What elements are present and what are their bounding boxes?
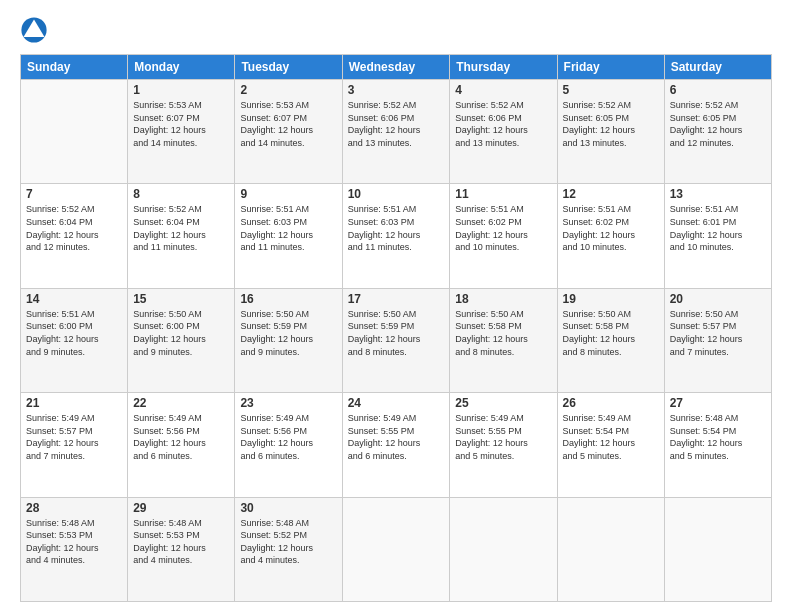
day-number: 5	[563, 83, 659, 97]
day-number: 22	[133, 396, 229, 410]
day-info: Sunrise: 5:51 AMSunset: 6:03 PMDaylight:…	[348, 203, 445, 253]
day-number: 24	[348, 396, 445, 410]
calendar-cell: 23Sunrise: 5:49 AMSunset: 5:56 PMDayligh…	[235, 393, 342, 497]
day-info: Sunrise: 5:50 AMSunset: 6:00 PMDaylight:…	[133, 308, 229, 358]
day-number: 23	[240, 396, 336, 410]
calendar-cell	[342, 497, 450, 601]
day-info: Sunrise: 5:49 AMSunset: 5:55 PMDaylight:…	[348, 412, 445, 462]
calendar-week-row: 7Sunrise: 5:52 AMSunset: 6:04 PMDaylight…	[21, 184, 772, 288]
calendar-cell: 27Sunrise: 5:48 AMSunset: 5:54 PMDayligh…	[664, 393, 771, 497]
calendar-week-row: 1Sunrise: 5:53 AMSunset: 6:07 PMDaylight…	[21, 80, 772, 184]
weekday-header: Monday	[128, 55, 235, 80]
header	[20, 16, 772, 44]
day-info: Sunrise: 5:51 AMSunset: 6:02 PMDaylight:…	[455, 203, 551, 253]
day-info: Sunrise: 5:50 AMSunset: 5:59 PMDaylight:…	[348, 308, 445, 358]
day-info: Sunrise: 5:52 AMSunset: 6:04 PMDaylight:…	[133, 203, 229, 253]
calendar-page: SundayMondayTuesdayWednesdayThursdayFrid…	[0, 0, 792, 612]
day-info: Sunrise: 5:51 AMSunset: 6:00 PMDaylight:…	[26, 308, 122, 358]
day-number: 11	[455, 187, 551, 201]
weekday-header: Sunday	[21, 55, 128, 80]
day-info: Sunrise: 5:53 AMSunset: 6:07 PMDaylight:…	[133, 99, 229, 149]
calendar-cell	[664, 497, 771, 601]
day-info: Sunrise: 5:50 AMSunset: 5:57 PMDaylight:…	[670, 308, 766, 358]
logo	[20, 16, 52, 44]
calendar-cell	[450, 497, 557, 601]
calendar-cell: 8Sunrise: 5:52 AMSunset: 6:04 PMDaylight…	[128, 184, 235, 288]
calendar-cell: 5Sunrise: 5:52 AMSunset: 6:05 PMDaylight…	[557, 80, 664, 184]
day-number: 9	[240, 187, 336, 201]
day-info: Sunrise: 5:48 AMSunset: 5:53 PMDaylight:…	[133, 517, 229, 567]
calendar-cell: 4Sunrise: 5:52 AMSunset: 6:06 PMDaylight…	[450, 80, 557, 184]
day-number: 14	[26, 292, 122, 306]
day-number: 26	[563, 396, 659, 410]
calendar-cell: 20Sunrise: 5:50 AMSunset: 5:57 PMDayligh…	[664, 288, 771, 392]
day-number: 1	[133, 83, 229, 97]
weekday-header: Tuesday	[235, 55, 342, 80]
day-number: 27	[670, 396, 766, 410]
day-info: Sunrise: 5:52 AMSunset: 6:06 PMDaylight:…	[455, 99, 551, 149]
calendar-cell: 19Sunrise: 5:50 AMSunset: 5:58 PMDayligh…	[557, 288, 664, 392]
day-info: Sunrise: 5:50 AMSunset: 5:58 PMDaylight:…	[563, 308, 659, 358]
calendar-cell: 29Sunrise: 5:48 AMSunset: 5:53 PMDayligh…	[128, 497, 235, 601]
day-number: 13	[670, 187, 766, 201]
day-info: Sunrise: 5:51 AMSunset: 6:01 PMDaylight:…	[670, 203, 766, 253]
calendar-cell: 1Sunrise: 5:53 AMSunset: 6:07 PMDaylight…	[128, 80, 235, 184]
calendar-cell: 7Sunrise: 5:52 AMSunset: 6:04 PMDaylight…	[21, 184, 128, 288]
weekday-header: Friday	[557, 55, 664, 80]
day-info: Sunrise: 5:49 AMSunset: 5:56 PMDaylight:…	[240, 412, 336, 462]
day-info: Sunrise: 5:48 AMSunset: 5:53 PMDaylight:…	[26, 517, 122, 567]
calendar-cell: 14Sunrise: 5:51 AMSunset: 6:00 PMDayligh…	[21, 288, 128, 392]
calendar-cell: 3Sunrise: 5:52 AMSunset: 6:06 PMDaylight…	[342, 80, 450, 184]
calendar-cell: 6Sunrise: 5:52 AMSunset: 6:05 PMDaylight…	[664, 80, 771, 184]
calendar-cell: 18Sunrise: 5:50 AMSunset: 5:58 PMDayligh…	[450, 288, 557, 392]
day-number: 2	[240, 83, 336, 97]
day-number: 3	[348, 83, 445, 97]
day-number: 18	[455, 292, 551, 306]
calendar-week-row: 21Sunrise: 5:49 AMSunset: 5:57 PMDayligh…	[21, 393, 772, 497]
day-info: Sunrise: 5:50 AMSunset: 5:58 PMDaylight:…	[455, 308, 551, 358]
calendar-cell: 10Sunrise: 5:51 AMSunset: 6:03 PMDayligh…	[342, 184, 450, 288]
day-number: 16	[240, 292, 336, 306]
day-info: Sunrise: 5:49 AMSunset: 5:55 PMDaylight:…	[455, 412, 551, 462]
day-number: 17	[348, 292, 445, 306]
day-info: Sunrise: 5:49 AMSunset: 5:57 PMDaylight:…	[26, 412, 122, 462]
calendar-cell: 11Sunrise: 5:51 AMSunset: 6:02 PMDayligh…	[450, 184, 557, 288]
calendar-cell: 16Sunrise: 5:50 AMSunset: 5:59 PMDayligh…	[235, 288, 342, 392]
calendar-table: SundayMondayTuesdayWednesdayThursdayFrid…	[20, 54, 772, 602]
calendar-cell: 17Sunrise: 5:50 AMSunset: 5:59 PMDayligh…	[342, 288, 450, 392]
logo-icon	[20, 16, 48, 44]
weekday-header: Saturday	[664, 55, 771, 80]
day-number: 10	[348, 187, 445, 201]
calendar-header-row: SundayMondayTuesdayWednesdayThursdayFrid…	[21, 55, 772, 80]
calendar-cell: 2Sunrise: 5:53 AMSunset: 6:07 PMDaylight…	[235, 80, 342, 184]
day-number: 4	[455, 83, 551, 97]
day-info: Sunrise: 5:49 AMSunset: 5:56 PMDaylight:…	[133, 412, 229, 462]
day-number: 19	[563, 292, 659, 306]
day-info: Sunrise: 5:52 AMSunset: 6:05 PMDaylight:…	[563, 99, 659, 149]
weekday-header: Wednesday	[342, 55, 450, 80]
day-info: Sunrise: 5:52 AMSunset: 6:06 PMDaylight:…	[348, 99, 445, 149]
calendar-cell: 24Sunrise: 5:49 AMSunset: 5:55 PMDayligh…	[342, 393, 450, 497]
weekday-header: Thursday	[450, 55, 557, 80]
calendar-cell: 22Sunrise: 5:49 AMSunset: 5:56 PMDayligh…	[128, 393, 235, 497]
day-number: 6	[670, 83, 766, 97]
calendar-cell: 13Sunrise: 5:51 AMSunset: 6:01 PMDayligh…	[664, 184, 771, 288]
calendar-cell: 9Sunrise: 5:51 AMSunset: 6:03 PMDaylight…	[235, 184, 342, 288]
calendar-body: 1Sunrise: 5:53 AMSunset: 6:07 PMDaylight…	[21, 80, 772, 602]
calendar-cell: 28Sunrise: 5:48 AMSunset: 5:53 PMDayligh…	[21, 497, 128, 601]
day-number: 30	[240, 501, 336, 515]
day-number: 15	[133, 292, 229, 306]
day-number: 29	[133, 501, 229, 515]
day-info: Sunrise: 5:53 AMSunset: 6:07 PMDaylight:…	[240, 99, 336, 149]
day-info: Sunrise: 5:51 AMSunset: 6:02 PMDaylight:…	[563, 203, 659, 253]
calendar-cell: 15Sunrise: 5:50 AMSunset: 6:00 PMDayligh…	[128, 288, 235, 392]
day-number: 20	[670, 292, 766, 306]
day-number: 8	[133, 187, 229, 201]
day-number: 28	[26, 501, 122, 515]
day-number: 21	[26, 396, 122, 410]
calendar-cell: 30Sunrise: 5:48 AMSunset: 5:52 PMDayligh…	[235, 497, 342, 601]
day-number: 12	[563, 187, 659, 201]
calendar-cell: 12Sunrise: 5:51 AMSunset: 6:02 PMDayligh…	[557, 184, 664, 288]
calendar-cell: 25Sunrise: 5:49 AMSunset: 5:55 PMDayligh…	[450, 393, 557, 497]
calendar-cell	[557, 497, 664, 601]
